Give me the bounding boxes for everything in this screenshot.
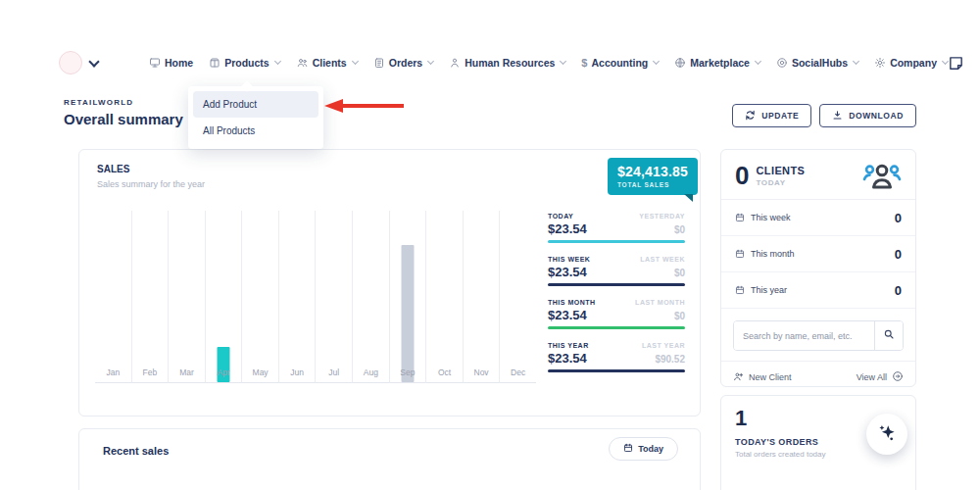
calendar-icon: [735, 209, 745, 226]
bar-sep: [401, 245, 414, 382]
stat-label: TODAY: [548, 213, 573, 220]
x-tick-label: Apr: [206, 368, 242, 377]
page-title: Overall summary: [64, 111, 183, 127]
stat-value: $23.54: [548, 265, 587, 279]
chevron-down-icon: [274, 58, 281, 65]
total-sales-label: TOTAL SALES: [617, 181, 688, 188]
box-icon: [209, 57, 220, 69]
nav-item-company[interactable]: Company: [874, 57, 948, 69]
clients-group-icon: [862, 162, 902, 189]
total-sales-amount: $24,413.85: [617, 164, 688, 179]
x-tick-label: Jan: [95, 368, 131, 377]
top-nav: HomeProductsClientsOrdersHuman Resources…: [59, 45, 921, 80]
chevron-down-icon: [755, 58, 761, 65]
search-icon: [883, 328, 895, 343]
chevron-down-icon: [560, 58, 566, 65]
menu-item-all-products[interactable]: All Products: [193, 118, 318, 144]
chart-column-jun: Jun: [279, 211, 317, 383]
chevron-down-icon: [352, 58, 359, 65]
main-nav: HomeProductsClientsOrdersHuman Resources…: [149, 57, 948, 69]
search-input[interactable]: [734, 321, 874, 350]
chevron-down-icon: [653, 58, 660, 65]
nav-item-orders[interactable]: Orders: [373, 57, 433, 69]
chart-column-jul: Jul: [316, 211, 353, 383]
top-actions: ?: [948, 51, 980, 74]
nav-item-clients[interactable]: Clients: [296, 57, 358, 69]
x-tick-label: May: [242, 368, 278, 377]
gear-icon: [874, 57, 886, 69]
nav-item-label: Orders: [389, 57, 422, 69]
sales-card-title: SALES: [97, 164, 129, 174]
clients-card-footer: New Client View All: [721, 361, 915, 393]
products-dropdown: Add ProductAll Products: [188, 86, 323, 149]
annotation-arrow-icon: [321, 98, 406, 114]
stat-compare-label: YESTERDAY: [639, 213, 685, 220]
clients-row-this-month: This month0: [721, 236, 915, 272]
update-button[interactable]: UPDATE: [732, 104, 811, 127]
nav-item-label: Company: [890, 57, 937, 69]
recent-sales-card: Recent sales Today: [78, 428, 701, 490]
nav-item-marketplace[interactable]: Marketplace: [674, 57, 760, 69]
menu-item-add-product[interactable]: Add Product: [193, 91, 318, 118]
clients-row-label: This month: [751, 249, 795, 259]
update-button-label: UPDATE: [761, 111, 799, 121]
chart-column-mar: Mar: [169, 211, 206, 383]
clients-row-this-week: This week0: [721, 200, 915, 236]
nav-item-accounting[interactable]: $Accounting: [581, 57, 659, 69]
nav-item-products[interactable]: Products: [209, 57, 280, 69]
clients-count: 0: [735, 163, 749, 188]
new-client-icon: [733, 371, 744, 384]
person-icon: [449, 57, 461, 69]
chart-column-aug: Aug: [353, 211, 390, 383]
chart-column-jan: Jan: [95, 211, 132, 383]
sparkle-icon: [876, 422, 898, 446]
globe-icon: [674, 57, 686, 69]
clients-row-value: 0: [895, 247, 902, 262]
nav-item-human-resources[interactable]: Human Resources: [449, 57, 565, 69]
x-tick-label: Oct: [426, 368, 463, 377]
chart-column-may: May: [242, 211, 279, 383]
view-all-link[interactable]: View All: [857, 370, 904, 384]
page-header-titles: RETAILWORLD Overall summary: [64, 98, 183, 127]
stat-label: THIS MONTH: [548, 299, 596, 306]
search-button[interactable]: [874, 321, 903, 350]
stat-underline: [548, 369, 685, 372]
view-all-label: View All: [857, 372, 887, 382]
clients-row-label: This year: [751, 285, 787, 295]
recent-sales-title: Recent sales: [103, 445, 169, 457]
people-icon: [296, 57, 309, 69]
stat-compare-label: LAST YEAR: [642, 342, 685, 349]
stat-this-month: THIS MONTHLAST MONTH$23.54$0: [548, 299, 685, 329]
chart-column-sep: Sep: [390, 211, 427, 383]
nav-item-label: Home: [165, 57, 193, 69]
total-sales-badge: $24,413.85 TOTAL SALES: [608, 158, 698, 195]
clients-stats-rows: This week0This month0This year0: [721, 200, 915, 309]
today-filter-button[interactable]: Today: [609, 437, 678, 461]
nav-item-socialhubs[interactable]: SocialHubs: [776, 57, 858, 69]
arrow-right-circle-icon: [892, 370, 904, 384]
brand-logo[interactable]: [59, 51, 98, 74]
brand-logo-icon: [59, 51, 82, 74]
clients-search: [733, 320, 904, 351]
stat-label: THIS YEAR: [548, 342, 589, 349]
nav-item-label: Accounting: [591, 57, 648, 69]
stat-value: $23.54: [548, 351, 587, 366]
brand-label: RETAILWORLD: [64, 98, 183, 107]
stat-today: TODAYYESTERDAY$23.54$0: [548, 213, 685, 243]
notes-icon[interactable]: [948, 55, 964, 72]
x-tick-label: Sep: [390, 368, 426, 377]
download-button[interactable]: DOWNLOAD: [819, 104, 916, 127]
stat-compare-value: $90.52: [655, 354, 685, 365]
assistant-fab-button[interactable]: [866, 414, 907, 455]
stat-compare-value: $0: [674, 311, 685, 321]
stat-underline: [548, 326, 685, 329]
x-tick-label: Nov: [464, 368, 500, 377]
x-tick-label: Dec: [500, 368, 536, 377]
calendar-icon: [623, 443, 633, 455]
new-client-link[interactable]: New Client: [733, 371, 792, 384]
nav-item-home[interactable]: Home: [149, 57, 193, 69]
stat-underline: [548, 283, 685, 286]
stat-value: $23.54: [548, 221, 587, 236]
download-icon: [832, 110, 843, 122]
nav-item-label: SocialHubs: [792, 57, 848, 69]
